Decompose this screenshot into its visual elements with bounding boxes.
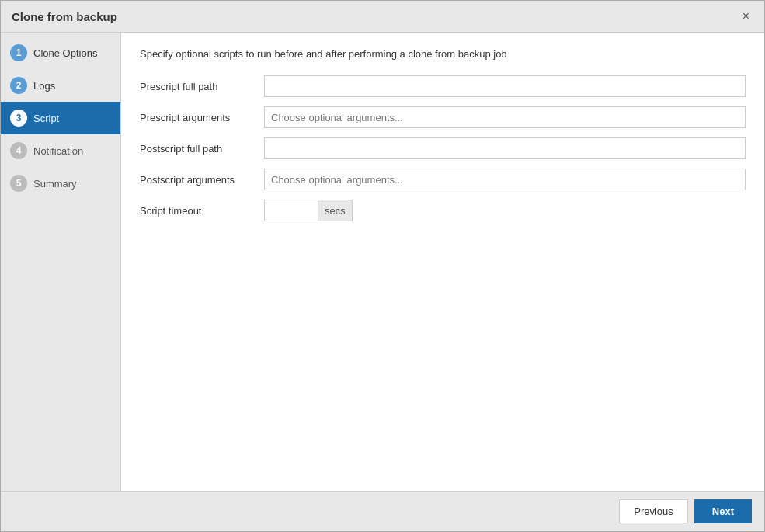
sidebar-label-notification: Notification [33,145,83,157]
sidebar-label-logs: Logs [33,80,55,92]
prescript-fullpath-label: Prescript full path [140,81,264,92]
main-description: Specify optional scripts to run before a… [140,48,746,60]
dialog-title: Clone from backup [12,10,117,23]
postscript-arguments-row: Postscript arguments [140,169,746,190]
step-number-1: 1 [10,44,27,61]
prescript-fullpath-row: Prescript full path [140,75,746,97]
script-timeout-input[interactable]: 60 [264,200,318,221]
step-number-2: 2 [10,77,27,94]
sidebar-label-clone-options: Clone Options [33,47,97,59]
form-section: Prescript full path Prescript arguments … [140,75,746,221]
sidebar-label-script: Script [33,113,59,124]
sidebar-item-logs[interactable]: 2 Logs [1,69,120,102]
script-timeout-row: Script timeout 60 secs [140,200,746,221]
sidebar-label-summary: Summary [33,178,77,190]
close-button[interactable]: × [739,9,753,24]
postscript-fullpath-row: Postscript full path [140,137,746,159]
prescript-fullpath-input[interactable] [264,75,746,97]
sidebar-item-summary[interactable]: 5 Summary [1,167,120,200]
script-timeout-label: Script timeout [140,205,264,217]
dialog-header: Clone from backup × [1,1,764,33]
next-button[interactable]: Next [694,499,752,523]
dialog-body: 1 Clone Options 2 Logs 3 Script 4 Notifi… [1,33,764,491]
step-number-3: 3 [10,110,27,127]
sidebar-item-notification[interactable]: 4 Notification [1,134,120,167]
postscript-fullpath-input[interactable] [264,137,746,159]
prescript-arguments-label: Prescript arguments [140,112,264,123]
dialog-footer: Previous Next [1,491,764,531]
postscript-fullpath-label: Postscript full path [140,143,264,155]
timeout-unit-label: secs [318,200,353,221]
sidebar-item-script[interactable]: 3 Script [1,102,120,134]
sidebar-item-clone-options[interactable]: 1 Clone Options [1,37,120,69]
prescript-arguments-input[interactable] [264,106,746,128]
previous-button[interactable]: Previous [619,499,688,523]
step-number-5: 5 [10,175,27,192]
postscript-arguments-label: Postscript arguments [140,174,264,186]
sidebar: 1 Clone Options 2 Logs 3 Script 4 Notifi… [1,33,121,491]
clone-from-backup-dialog: Clone from backup × 1 Clone Options 2 Lo… [0,0,765,532]
step-number-4: 4 [10,142,27,159]
prescript-arguments-row: Prescript arguments [140,106,746,128]
main-content: Specify optional scripts to run before a… [121,33,764,491]
postscript-arguments-input[interactable] [264,169,746,190]
